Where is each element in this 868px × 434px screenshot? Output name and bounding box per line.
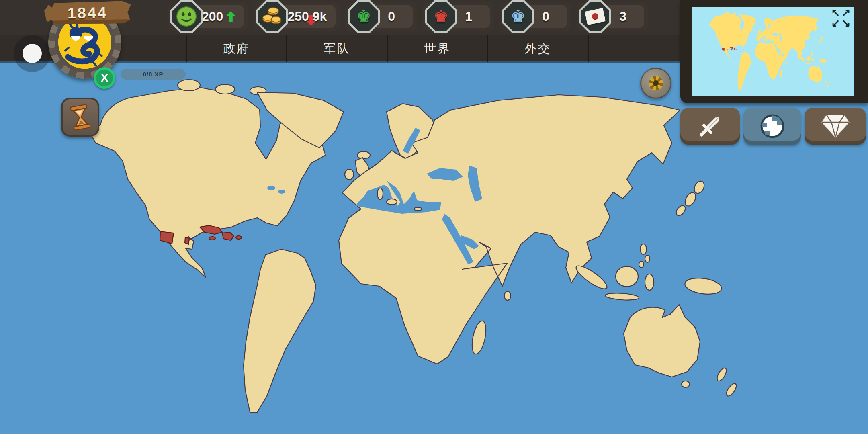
resource-royals-blue[interactable]: ♚ 0 [500,2,571,31]
tab-military[interactable]: 军队 [286,35,387,62]
tab-government[interactable]: 政府 [186,35,286,62]
flag-badge[interactable]: X [94,67,115,89]
tab-world[interactable]: 世界 [387,35,487,62]
settings-button[interactable] [640,68,671,99]
world-view-button[interactable] [743,108,801,145]
xp-label: 0/0 XP [143,71,163,78]
coins-icon [261,6,283,27]
game-screen: 政府 军队 世界 外交 200 [0,0,868,434]
crown-red-icon: ♚ [433,8,448,25]
expand-arrow-sw: ↙ [830,18,841,29]
expand-arrow-se: ↘ [841,18,851,29]
minimap-panel: ↖ ↗ ↙ ↘ [680,0,868,103]
globe-icon [759,113,786,139]
gear-icon [649,76,663,90]
smiley-icon [176,6,197,27]
resource-royals-red[interactable]: ♚ 1 [422,2,494,31]
crown-green-icon: ♚ [356,8,371,25]
premium-button[interactable] [805,108,866,145]
resource-gold[interactable]: 250.9k [254,2,340,31]
sword-icon [696,112,725,141]
white-circle-button[interactable] [23,44,42,63]
crown-blue-icon: ♚ [510,8,526,25]
messages-value: 3 [619,9,626,24]
war-button[interactable] [680,108,740,145]
year-label: 1844 [67,4,108,22]
minimap[interactable]: ↖ ↗ ↙ ↘ [692,7,854,96]
expand-icon[interactable]: ↖ ↗ ↙ ↘ [830,8,851,29]
tab-diplomacy[interactable]: 外交 [487,35,589,62]
year-banner: 1844 [44,1,131,25]
resource-bar: 200 [168,2,648,31]
resource-happiness[interactable]: 200 [168,2,248,31]
resource-messages[interactable]: 3 [577,2,648,31]
hourglass-icon [67,103,94,131]
xp-bar: 0/0 XP [121,69,186,80]
end-turn-button[interactable] [61,98,99,137]
resource-royals-green[interactable]: ♚ 0 [345,2,417,31]
royals-blue-value: 0 [542,9,549,24]
flag-badge-label: X [101,72,108,84]
diamond-icon [820,113,851,140]
trend-up-arrow-icon [226,11,235,22]
royals-green-value: 0 [388,9,395,24]
envelope-icon [585,8,606,25]
royals-red-value: 1 [465,9,472,24]
minimap-world [692,7,854,96]
happiness-value: 200 [202,9,223,24]
